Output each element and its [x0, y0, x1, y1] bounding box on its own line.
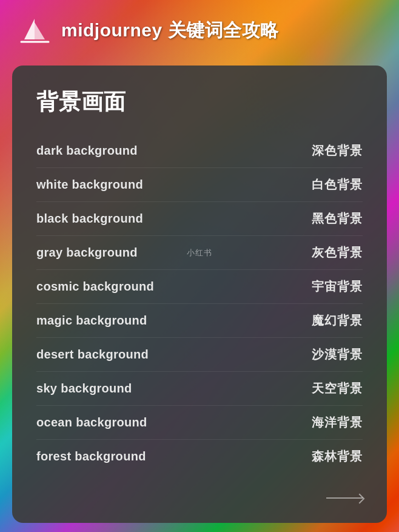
keyword-item: gray background小红书灰色背景	[36, 236, 363, 270]
watermark: 小红书	[187, 247, 212, 258]
keyword-en: dark background	[36, 144, 138, 158]
keyword-zh: 天空背景	[312, 380, 363, 397]
keyword-zh: 白色背景	[312, 177, 363, 193]
keyword-en: magic background	[36, 314, 147, 328]
keyword-item: magic background魔幻背景	[36, 304, 363, 338]
keyword-en: forest background	[36, 450, 146, 463]
keyword-en: white background	[36, 178, 143, 192]
arrow-area	[36, 473, 363, 499]
keyword-zh: 灰色背景	[312, 244, 363, 261]
keyword-zh: 沙漠背景	[312, 346, 363, 363]
keyword-en: gray background	[36, 246, 138, 260]
keyword-item: ocean background海洋背景	[36, 406, 363, 440]
keyword-zh: 宇宙背景	[312, 278, 363, 295]
keyword-en: desert background	[36, 348, 149, 362]
svg-marker-0	[24, 19, 35, 39]
keyword-item: sky background天空背景	[36, 372, 363, 406]
header: midjourney 关键词全攻略	[0, 0, 399, 61]
arrow-line	[326, 497, 363, 499]
logo-icon	[18, 14, 52, 47]
keyword-zh: 森林背景	[312, 448, 363, 465]
arrow-indicator	[326, 497, 363, 499]
header-title: midjourney 关键词全攻略	[61, 18, 279, 43]
keyword-en: sky background	[36, 382, 132, 396]
keyword-list: dark background深色背景white background白色背景b…	[36, 134, 363, 473]
keyword-item: cosmic background宇宙背景	[36, 270, 363, 304]
keyword-en: black background	[36, 212, 143, 226]
keyword-item: desert background沙漠背景	[36, 338, 363, 372]
main-card: 背景画面 dark background深色背景white background…	[12, 66, 387, 523]
keyword-en: cosmic background	[36, 280, 154, 294]
keyword-item: white background白色背景	[36, 168, 363, 202]
keyword-item: forest background森林背景	[36, 440, 363, 473]
svg-marker-1	[35, 22, 45, 39]
keyword-zh: 黑色背景	[312, 210, 363, 227]
keyword-item: dark background深色背景	[36, 134, 363, 168]
keyword-zh: 深色背景	[312, 143, 363, 159]
section-title: 背景画面	[36, 87, 363, 117]
keyword-item: black background黑色背景	[36, 202, 363, 236]
keyword-zh: 魔幻背景	[312, 312, 363, 329]
keyword-zh: 海洋背景	[312, 414, 363, 431]
keyword-en: ocean background	[36, 416, 147, 429]
